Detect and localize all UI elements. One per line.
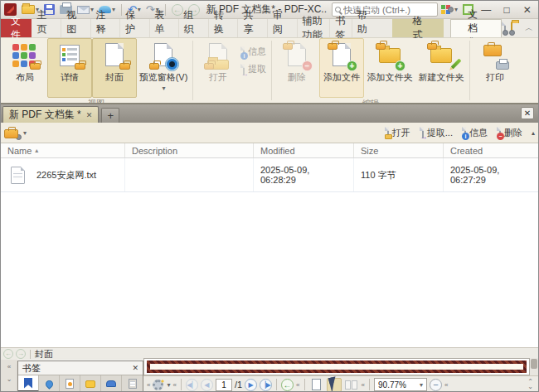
delete-ribbon-button[interactable]: − 删除 bbox=[274, 38, 319, 98]
portfolio-options-button[interactable] bbox=[4, 127, 21, 138]
open-item-button[interactable]: 打开 bbox=[383, 125, 415, 141]
extract-item-button[interactable]: → 提取... bbox=[418, 125, 457, 141]
collapse-icon[interactable]: « bbox=[172, 381, 176, 389]
add-folder-button[interactable]: + 添加文件夹 bbox=[364, 38, 415, 98]
panel-tab-attachments[interactable] bbox=[60, 375, 80, 392]
close-document-button[interactable]: ✕ bbox=[521, 107, 534, 119]
column-header-created[interactable]: Created bbox=[444, 143, 538, 157]
zoom-value: 90.77% bbox=[378, 380, 415, 390]
tab-protect[interactable]: 保护(P) bbox=[120, 19, 149, 37]
column-header-description[interactable]: Description bbox=[125, 143, 254, 157]
file-modified: 2025-05-09, 06:28:29 bbox=[254, 158, 354, 191]
preview-back-button[interactable]: ← bbox=[3, 349, 13, 359]
page-layout-tool[interactable] bbox=[344, 378, 359, 392]
pin-icon bbox=[44, 379, 55, 390]
tab-help[interactable]: 帮助(H) bbox=[352, 19, 381, 37]
cover-preview-strip[interactable] bbox=[143, 358, 530, 375]
zoom-out-button[interactable]: − bbox=[430, 379, 442, 391]
separator bbox=[369, 379, 370, 390]
last-page-button[interactable]: ▕▶ bbox=[260, 379, 272, 391]
maximize-button[interactable]: □ bbox=[498, 2, 517, 17]
new-tab-button[interactable]: + bbox=[101, 108, 119, 123]
first-page-button[interactable]: ◀▏ bbox=[186, 379, 198, 391]
tab-file[interactable]: 文件 bbox=[1, 19, 32, 37]
tab-organize[interactable]: 组织(O) bbox=[179, 19, 209, 37]
blank-page-tool[interactable] bbox=[309, 378, 324, 392]
tab-form[interactable]: 表单(F) bbox=[150, 19, 179, 37]
preview-forward-button[interactable]: → bbox=[16, 349, 26, 359]
delete-icon: − bbox=[283, 43, 311, 70]
extract-ribbon-button[interactable]: → 提取 bbox=[240, 62, 269, 76]
next-page-button[interactable]: ▶ bbox=[245, 379, 257, 391]
collapse-icon[interactable]: « bbox=[362, 381, 365, 389]
tab-home[interactable]: 主页(H) bbox=[32, 19, 61, 37]
splitter-icon[interactable]: ⌄ bbox=[7, 375, 12, 383]
tab-accessibility[interactable]: 辅助功能 bbox=[298, 19, 331, 37]
prev-page-button[interactable]: ◀ bbox=[201, 379, 213, 391]
new-folder-icon bbox=[427, 43, 455, 70]
tab-format[interactable]: 格式 bbox=[392, 19, 443, 37]
toolbar-collapse-icon[interactable]: ▴ bbox=[532, 129, 535, 137]
panel-close-icon[interactable]: ✕ bbox=[132, 364, 138, 372]
document-tab-active[interactable]: 新 PDF 文档集 * ✕ bbox=[2, 106, 99, 123]
close-button[interactable]: ✕ bbox=[517, 2, 537, 17]
bookmarks-panel-header[interactable]: 书签 ✕ bbox=[18, 361, 143, 375]
ribbon-group-view: 布局 详情 封面 预览窗格(V) ▾ 视图 bbox=[1, 38, 192, 103]
tab-portfolio[interactable]: 文档集 bbox=[450, 19, 502, 37]
cover-page-edge bbox=[147, 361, 527, 373]
collapse-ribbon-button[interactable]: ︿ bbox=[520, 19, 538, 37]
zoom-combobox[interactable]: 90.77% ▾ bbox=[374, 378, 427, 391]
tab-convert[interactable]: 转换(C) bbox=[209, 19, 239, 37]
folder-options-button[interactable] bbox=[511, 22, 512, 34]
expand-pane-icon[interactable]: « bbox=[7, 363, 11, 370]
panel-tab-comments[interactable] bbox=[80, 375, 101, 392]
separator bbox=[192, 41, 193, 100]
details-button[interactable]: 详情 bbox=[47, 38, 92, 98]
table-row[interactable]: 2265安桌网.txt 2025-05-09, 06:28:29 110 字节 … bbox=[1, 158, 538, 192]
open-file-ribbon-button[interactable]: 打开 bbox=[196, 38, 240, 98]
panel-tab-thumbnails[interactable] bbox=[122, 375, 143, 392]
layout-button[interactable]: 布局 bbox=[2, 38, 47, 98]
column-header-modified[interactable]: Modified bbox=[254, 143, 354, 157]
separator bbox=[271, 41, 272, 100]
collapse-icon[interactable]: « bbox=[296, 381, 299, 389]
tab-comment[interactable]: 注释(C) bbox=[91, 19, 121, 37]
scrollbar-thumb[interactable] bbox=[531, 359, 537, 369]
collapse-icon[interactable]: « bbox=[444, 381, 448, 389]
tab-review[interactable]: 审阅(R) bbox=[268, 19, 298, 37]
tab-view[interactable]: 视图(V) bbox=[61, 19, 90, 37]
tab-bookmarks[interactable]: 书签 bbox=[330, 19, 352, 37]
preview-scrollbar[interactable] bbox=[530, 358, 538, 375]
panel-tab-bookmarks[interactable] bbox=[18, 375, 39, 392]
select-tool[interactable] bbox=[327, 378, 342, 392]
cover-button[interactable]: 封面 bbox=[92, 38, 137, 98]
info-ribbon-button[interactable]: i 信息 bbox=[240, 45, 269, 59]
tab-share[interactable]: 共享(S) bbox=[238, 19, 267, 37]
delete-item-button[interactable]: − 删除 bbox=[495, 125, 527, 141]
tab-close-icon[interactable]: ✕ bbox=[86, 111, 93, 119]
txt-file-icon bbox=[11, 167, 25, 184]
preview-pane-button[interactable]: 预览窗格(V) ▾ bbox=[137, 38, 190, 98]
column-header-size[interactable]: Size bbox=[354, 143, 444, 157]
customize-toolbars-button[interactable]: ▾ bbox=[439, 2, 459, 17]
page-number-input[interactable]: 1 bbox=[216, 379, 232, 391]
printer-icon bbox=[496, 61, 509, 70]
statusbar-expand-icons[interactable]: ⌃⌄ bbox=[527, 380, 535, 390]
column-header-name[interactable]: Name▴ bbox=[1, 143, 125, 157]
back-arrow-icon: ← bbox=[172, 4, 183, 16]
cover-icon bbox=[100, 43, 129, 70]
add-files-button[interactable]: + 添加文件 bbox=[319, 38, 364, 98]
previous-view-button[interactable]: ← bbox=[281, 379, 294, 391]
print-ribbon-icon bbox=[481, 43, 509, 70]
panel-tab-destinations[interactable] bbox=[39, 375, 60, 392]
gear-icon bbox=[509, 30, 515, 36]
info-item-button[interactable]: i 信息 bbox=[460, 125, 492, 141]
panel-tab-stamps[interactable] bbox=[101, 375, 122, 392]
collapse-icon[interactable]: « bbox=[147, 381, 150, 389]
settings-gear-icon[interactable] bbox=[153, 380, 163, 390]
print-ribbon-button[interactable]: 打印 bbox=[473, 38, 517, 98]
doc-options-button[interactable] bbox=[504, 22, 506, 34]
separator bbox=[121, 4, 122, 16]
new-folder-button[interactable]: 新建文件夹 bbox=[415, 38, 467, 98]
table-header: Name▴ Description Modified Size Created bbox=[1, 143, 538, 158]
